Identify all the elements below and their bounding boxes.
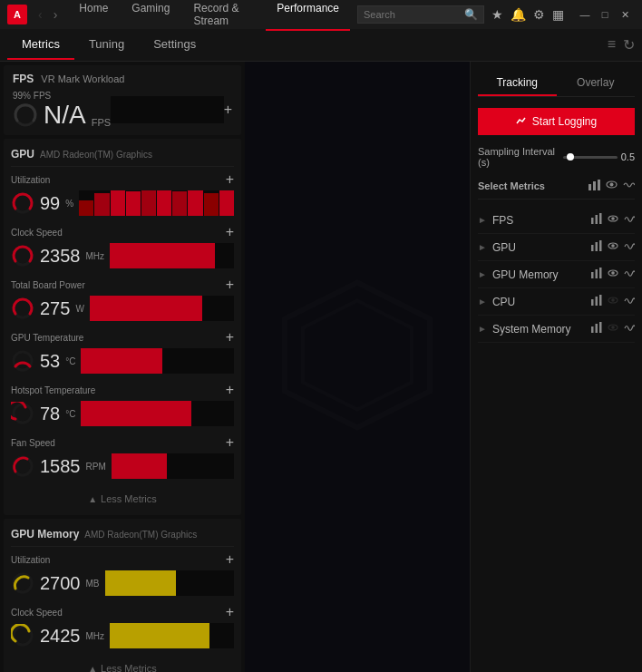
gpu-hotspot-add[interactable]: + — [226, 383, 234, 397]
tab-bar: Metrics Tuning Settings ≡ ↻ — [0, 29, 642, 62]
svg-rect-34 — [596, 297, 598, 306]
metrics-list-cpu: ► CPU — [478, 288, 635, 316]
refresh-icon[interactable]: ↻ — [623, 36, 635, 54]
start-logging-button[interactable]: Start Logging — [478, 108, 635, 135]
gpu-less-metrics[interactable]: ▲ Less Metrics — [11, 488, 234, 510]
tab-settings[interactable]: Settings — [139, 30, 210, 60]
gpumem-clock-gauge — [11, 624, 34, 648]
fps-title: FPS — [13, 73, 34, 85]
nav-gaming[interactable]: Gaming — [121, 0, 180, 31]
fps-gauge-icon — [13, 102, 38, 128]
svg-rect-33 — [591, 299, 594, 306]
cpu-chevron-icon[interactable]: ► — [478, 297, 487, 307]
gpu-fan-label: Fan Speed — [11, 438, 55, 448]
fps-section: FPS VR Mark Workload 99% FPS N/A FPS — [4, 65, 241, 135]
nav-forward[interactable]: › — [50, 5, 62, 24]
grid-icon[interactable]: ▦ — [552, 7, 564, 22]
nav-record[interactable]: Record & Stream — [182, 0, 264, 31]
gpu-power-bar — [90, 296, 234, 321]
panel-tabs: Tracking Overlay — [478, 71, 635, 97]
cpu-chart-icon[interactable] — [591, 295, 602, 308]
svg-point-27 — [611, 244, 615, 248]
gpumem-clock-bar — [110, 623, 234, 648]
gpu-fan-add[interactable]: + — [226, 435, 234, 450]
fps-chevron-icon[interactable]: ► — [478, 215, 487, 225]
svg-rect-25 — [599, 240, 602, 251]
tab-tuning[interactable]: Tuning — [74, 30, 139, 60]
close-button[interactable]: ✕ — [615, 5, 635, 24]
search-input[interactable] — [364, 9, 461, 20]
gpu-hotspot: Hotspot Temperature + 78 °C — [11, 383, 234, 426]
gpumem-eye-icon[interactable] — [608, 268, 618, 281]
notifications-icon[interactable]: 🔔 — [511, 7, 526, 22]
right-panel: Tracking Overlay Start Logging Sampling … — [470, 62, 642, 672]
metrics-gpumem-left: ► GPU Memory — [478, 268, 559, 281]
gpumem-chart-icon[interactable] — [591, 268, 602, 281]
svg-marker-12 — [303, 300, 412, 409]
eye-header-icon[interactable] — [606, 179, 618, 193]
gpu-fan-bar — [112, 453, 234, 479]
nav-home[interactable]: Home — [68, 0, 119, 31]
fps-add-button[interactable]: + — [224, 102, 232, 117]
sampling-slider[interactable] — [563, 156, 618, 159]
gpu-clock-unit: MHz — [86, 251, 105, 261]
svg-rect-39 — [596, 324, 598, 333]
gpumem-util-add[interactable]: + — [226, 552, 234, 567]
svg-point-42 — [611, 326, 615, 329]
gpu-less-metrics-label: Less Metrics — [101, 493, 157, 504]
tab-overlay[interactable]: Overlay — [557, 71, 636, 96]
svg-rect-29 — [596, 269, 598, 278]
sysmem-chevron-icon[interactable]: ► — [478, 324, 487, 334]
gpumem-util: Utilization + 2700 MB — [11, 552, 234, 596]
search-icon: 🔍 — [464, 8, 478, 21]
nav-performance[interactable]: Performance — [266, 0, 350, 31]
gpu-util-add[interactable]: + — [226, 172, 234, 187]
gpu-temp-add[interactable]: + — [226, 330, 234, 345]
tab-metrics[interactable]: Metrics — [7, 30, 74, 60]
gpu-fan: Fan Speed + 1585 RPM — [11, 435, 234, 479]
gpumem-util-label: Utilization — [11, 555, 50, 565]
fps-wave-icon[interactable] — [624, 213, 635, 227]
list-view-icon[interactable]: ≡ — [608, 36, 616, 54]
favorites-icon[interactable]: ★ — [491, 7, 503, 22]
title-bar-icons: ★ 🔔 ⚙ ▦ — [491, 7, 564, 22]
gpu-temp-gauge — [11, 349, 34, 373]
cpu-eye-icon[interactable] — [608, 295, 618, 308]
fps-chart-icon[interactable] — [591, 213, 602, 227]
gpu-utilization: Utilization + 99 % — [11, 172, 234, 216]
gpumem-wave-icon[interactable] — [624, 268, 635, 281]
gpu-clock-value: 2358 — [40, 246, 81, 267]
gpu-util-unit: % — [65, 199, 73, 209]
settings-icon[interactable]: ⚙ — [533, 7, 545, 22]
tab-tracking[interactable]: Tracking — [478, 71, 557, 96]
nav-back[interactable]: ‹ — [34, 5, 46, 24]
metrics-list-sysmem: ► System Memory — [478, 316, 635, 343]
gpu-clock-label: Clock Speed — [11, 228, 63, 238]
gpu-mem-subtitle: AMD Radeon(TM) Graphics — [84, 530, 197, 540]
gpu-power-add[interactable]: + — [226, 278, 234, 292]
gpu-wave-icon[interactable] — [624, 240, 635, 254]
gpu-temp-value: 53 — [40, 351, 60, 372]
gpumem-clock-add[interactable]: + — [226, 605, 234, 619]
svg-rect-19 — [596, 215, 598, 224]
gpu-clock-add[interactable]: + — [226, 225, 234, 239]
center-panel — [245, 62, 470, 672]
svg-point-32 — [611, 271, 615, 275]
gpu-eye-icon[interactable] — [608, 240, 618, 254]
fps-eye-icon[interactable] — [608, 213, 618, 227]
gpu-power-label: Total Board Power — [11, 280, 85, 290]
gpumem-chevron-icon[interactable]: ► — [478, 269, 487, 279]
minimize-button[interactable]: — — [575, 5, 595, 24]
gpumem-less-metrics[interactable]: ▲ Less Metrics — [11, 657, 234, 672]
chart-header-icon[interactable] — [588, 179, 600, 193]
metrics-fps-left: ► FPS — [478, 214, 513, 227]
wave-header-icon[interactable] — [623, 179, 635, 193]
gpu-chevron-icon[interactable]: ► — [478, 242, 487, 252]
sysmem-eye-icon[interactable] — [608, 322, 618, 336]
cpu-wave-icon[interactable] — [624, 295, 635, 308]
sysmem-wave-icon[interactable] — [624, 322, 635, 336]
maximize-button[interactable]: □ — [595, 5, 615, 24]
gpu-chart-icon[interactable] — [591, 240, 602, 254]
svg-point-22 — [611, 217, 615, 220]
sysmem-chart-icon[interactable] — [591, 322, 602, 336]
